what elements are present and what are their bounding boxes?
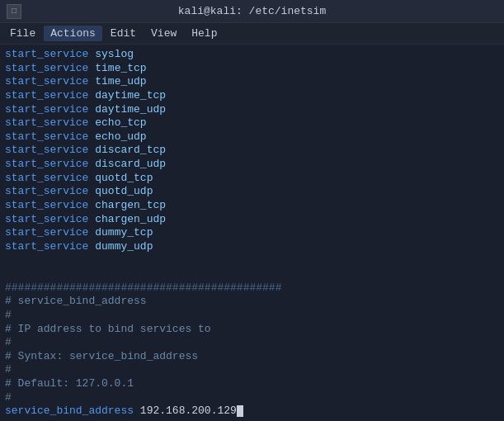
cmd-arg: discard_tcp — [95, 144, 166, 156]
bind-keyword: service_bind_address — [5, 404, 134, 417]
cmd-keyword: start_service — [5, 158, 88, 170]
cmd-keyword: start_service — [5, 240, 88, 253]
terminal-line: start_service dummy_tcp — [5, 226, 499, 240]
comment-text: # Syntax: service_bind_address — [5, 350, 205, 362]
cmd-keyword: start_service — [5, 185, 88, 197]
terminal-line: start_service daytime_tcp — [5, 89, 499, 103]
comment-text: # Default: 127.0.0.1 — [5, 377, 134, 390]
terminal-line: start_service dummy_udp — [5, 240, 499, 254]
cmd-arg: daytime_udp — [95, 103, 166, 116]
cmd-arg: discard_udp — [95, 158, 166, 170]
cmd-arg: daytime_tcp — [95, 89, 166, 102]
menu-file[interactable]: File — [3, 26, 42, 41]
terminal-line: # Syntax: service_bind_address — [5, 350, 499, 364]
cmd-arg: quotd_udp — [95, 185, 153, 197]
terminal-line: start_service chargen_tcp — [5, 199, 499, 213]
cmd-arg: echo_udp — [95, 130, 146, 143]
terminal-line: start_service discard_udp — [5, 158, 499, 172]
cmd-keyword: start_service — [5, 103, 88, 116]
terminal-line — [5, 253, 499, 267]
terminal-line: # Default: 127.0.0.1 — [5, 377, 499, 391]
cmd-arg: echo_tcp — [95, 116, 146, 129]
comment-hash: # — [5, 336, 12, 348]
terminal-line: service_bind_address 192.168.200.129 — [5, 404, 499, 419]
terminal-line: start_service quotd_udp — [5, 185, 499, 199]
cmd-keyword: start_service — [5, 48, 88, 60]
terminal-line: # — [5, 391, 499, 405]
cmd-arg: syslog — [95, 48, 134, 60]
terminal-line: start_service time_udp — [5, 75, 499, 89]
terminal-line: start_service time_tcp — [5, 62, 499, 76]
menu-help[interactable]: Help — [185, 26, 224, 41]
cmd-arg: dummy_tcp — [95, 226, 153, 239]
terminal-line: start_service syslog — [5, 48, 499, 62]
cmd-keyword: start_service — [5, 75, 88, 88]
title-bar-text: kali@kali: /etc/inetsim — [178, 5, 326, 17]
terminal-line: start_service discard_tcp — [5, 144, 499, 158]
window-icon: □ — [7, 4, 21, 19]
menu-view[interactable]: View — [144, 26, 183, 41]
terminal-line: # IP address to bind services to — [5, 323, 499, 337]
terminal-line: ########################################… — [5, 281, 499, 296]
ip-value: 192.168.200.129 — [140, 404, 237, 417]
hash-line: ########################################… — [5, 281, 281, 294]
comment-hash: # — [5, 391, 12, 404]
cmd-arg: chargen_udp — [95, 213, 166, 225]
terminal-line: start_service chargen_udp — [5, 213, 499, 227]
terminal-line: start_service echo_tcp — [5, 116, 499, 130]
cmd-keyword: start_service — [5, 172, 88, 184]
terminal-line: # — [5, 309, 499, 323]
cmd-keyword: start_service — [5, 116, 88, 129]
cmd-arg: dummy_udp — [95, 240, 153, 253]
comment-hash: # — [5, 363, 12, 376]
terminal-line: # — [5, 336, 499, 350]
cmd-keyword: start_service — [5, 130, 88, 143]
cmd-arg: chargen_tcp — [95, 199, 166, 211]
comment-text: # service_bind_address — [5, 295, 147, 307]
terminal-line — [5, 267, 499, 281]
comment-hash: # — [5, 309, 12, 321]
terminal-content: start_service syslogstart_service time_t… — [0, 45, 504, 421]
terminal-line: start_service daytime_udp — [5, 103, 499, 117]
cmd-arg: time_tcp — [95, 62, 146, 74]
terminal-line: start_service echo_udp — [5, 130, 499, 144]
cmd-keyword: start_service — [5, 89, 88, 102]
comment-text: # IP address to bind services to — [5, 323, 211, 335]
cmd-keyword: start_service — [5, 62, 88, 74]
terminal-line: # service_bind_address — [5, 295, 499, 309]
cmd-arg: time_udp — [95, 75, 146, 88]
title-bar: □ kali@kali: /etc/inetsim — [0, 0, 504, 23]
cmd-keyword: start_service — [5, 213, 88, 225]
cmd-keyword: start_service — [5, 226, 88, 239]
terminal-line: # — [5, 363, 499, 377]
menu-bar: File Actions Edit View Help — [0, 23, 504, 45]
cmd-arg: quotd_tcp — [95, 172, 153, 184]
cmd-keyword: start_service — [5, 144, 88, 156]
menu-actions[interactable]: Actions — [44, 26, 102, 41]
menu-edit[interactable]: Edit — [104, 26, 143, 41]
cursor — [237, 405, 243, 417]
cmd-keyword: start_service — [5, 199, 88, 211]
terminal-line: start_service quotd_tcp — [5, 172, 499, 186]
